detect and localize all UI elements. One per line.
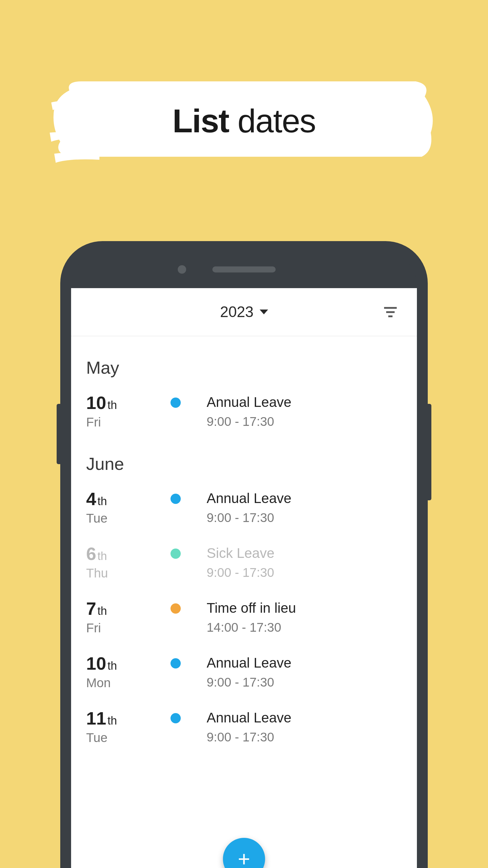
event-row[interactable]: 11thTueAnnual Leave9:00 - 17:30 (86, 702, 402, 757)
category-dot (170, 398, 181, 408)
date-column: 10thMon (86, 655, 170, 690)
title-light: dates (238, 102, 316, 139)
chevron-down-icon (260, 310, 268, 314)
event-row[interactable]: 7thFriTime off in lieu14:00 - 17:30 (86, 592, 402, 647)
day-number: 4 (86, 490, 96, 508)
date-column: 7thFri (86, 600, 170, 635)
svg-rect-0 (384, 307, 397, 309)
event-row[interactable]: 6thThuSick Leave9:00 - 17:30 (86, 538, 402, 592)
day-of-week: Fri (86, 621, 170, 635)
event-title: Annual Leave (207, 655, 402, 671)
svg-rect-2 (388, 315, 392, 317)
day-ordinal: th (97, 604, 107, 618)
day-of-week: Mon (86, 676, 170, 690)
day-number: 7 (86, 600, 96, 618)
day-ordinal: th (107, 714, 117, 727)
dot-column (170, 710, 207, 723)
day-of-week: Tue (86, 511, 170, 526)
event-title: Annual Leave (207, 710, 402, 726)
day-number: 6 (86, 545, 96, 563)
year-label: 2023 (220, 303, 253, 321)
event-row[interactable]: 4thTueAnnual Leave9:00 - 17:30 (86, 483, 402, 538)
day-number: 11 (86, 710, 106, 727)
detail-column: Sick Leave9:00 - 17:30 (207, 545, 402, 580)
month-header: May (86, 358, 402, 378)
page-title: List dates (172, 101, 315, 140)
day-number: 10 (86, 655, 106, 673)
event-time: 9:00 - 17:30 (207, 565, 402, 580)
title-banner: List dates (45, 72, 443, 169)
detail-column: Time off in lieu14:00 - 17:30 (207, 600, 402, 635)
plus-icon: + (238, 848, 250, 868)
category-dot (170, 549, 181, 559)
event-time: 14:00 - 17:30 (207, 620, 402, 635)
category-dot (170, 713, 181, 723)
topbar: 2023 (71, 288, 417, 336)
date-column: 4thTue (86, 490, 170, 526)
day-of-week: Tue (86, 731, 170, 745)
month-header: June (86, 454, 402, 474)
dot-column (170, 394, 207, 408)
day-ordinal: th (107, 659, 117, 673)
phone-side-button-right (428, 404, 431, 500)
dot-column (170, 490, 207, 504)
event-time: 9:00 - 17:30 (207, 414, 402, 429)
detail-column: Annual Leave9:00 - 17:30 (207, 394, 402, 429)
detail-column: Annual Leave9:00 - 17:30 (207, 490, 402, 525)
event-row[interactable]: 10thMonAnnual Leave9:00 - 17:30 (86, 647, 402, 702)
title-bold: List (172, 102, 229, 139)
dot-column (170, 655, 207, 669)
detail-column: Annual Leave9:00 - 17:30 (207, 710, 402, 744)
day-ordinal: th (97, 495, 107, 508)
phone-camera (178, 265, 186, 274)
category-dot (170, 658, 181, 669)
dot-column (170, 545, 207, 559)
day-of-week: Thu (86, 566, 170, 581)
event-time: 9:00 - 17:30 (207, 675, 402, 689)
event-time: 9:00 - 17:30 (207, 510, 402, 525)
event-row[interactable]: 10thFriAnnual Leave9:00 - 17:30 (86, 387, 402, 441)
phone-speaker (213, 267, 275, 273)
category-dot (170, 494, 181, 504)
dot-column (170, 600, 207, 614)
event-time: 9:00 - 17:30 (207, 730, 402, 744)
category-dot (170, 603, 181, 614)
event-title: Sick Leave (207, 545, 402, 561)
day-ordinal: th (97, 550, 107, 563)
event-list[interactable]: May10thFriAnnual Leave9:00 - 17:30June4t… (71, 336, 417, 868)
day-ordinal: th (107, 399, 117, 412)
app-screen: 2023 May10thFriAnnual Leave9:00 - 17:30J… (71, 288, 417, 868)
date-column: 10thFri (86, 394, 170, 430)
detail-column: Annual Leave9:00 - 17:30 (207, 655, 402, 689)
event-title: Time off in lieu (207, 600, 402, 616)
svg-rect-1 (386, 311, 395, 313)
day-number: 10 (86, 394, 106, 412)
date-column: 11thTue (86, 710, 170, 745)
phone-side-button-left (57, 404, 60, 464)
phone-mockup: 2023 May10thFriAnnual Leave9:00 - 17:30J… (60, 241, 428, 868)
event-title: Annual Leave (207, 394, 402, 410)
day-of-week: Fri (86, 415, 170, 430)
filter-button[interactable] (382, 304, 399, 320)
date-column: 6thThu (86, 545, 170, 581)
year-selector[interactable]: 2023 (220, 303, 268, 321)
filter-icon (382, 304, 399, 320)
event-title: Annual Leave (207, 490, 402, 506)
